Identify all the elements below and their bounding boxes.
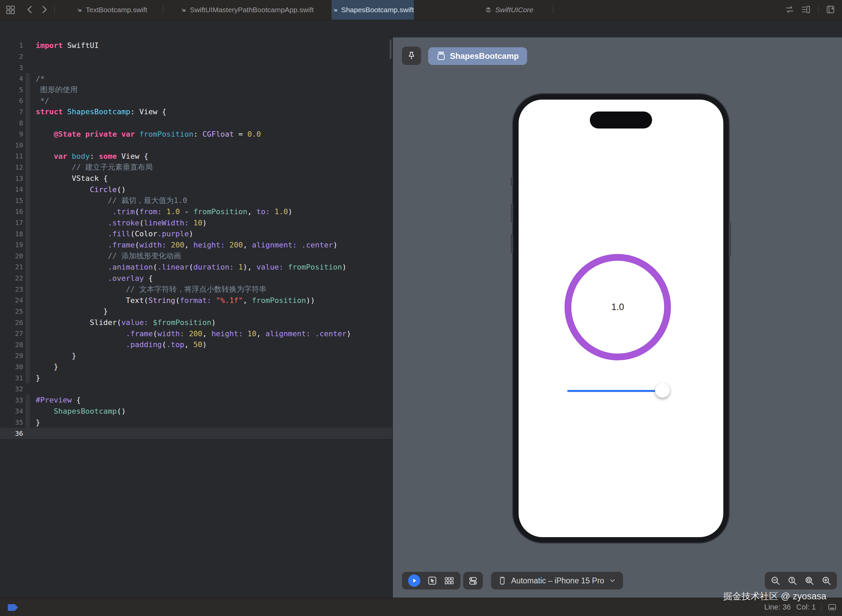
back-icon[interactable] — [25, 5, 35, 14]
line-number[interactable]: 10 — [0, 141, 23, 149]
fold-ribbon[interactable] — [25, 206, 30, 217]
fold-ribbon[interactable] — [25, 261, 30, 273]
fold-ribbon[interactable] — [25, 428, 30, 439]
fold-ribbon[interactable] — [25, 361, 30, 373]
pin-preview-button[interactable] — [402, 47, 421, 65]
tab-textbootcamp-swift[interactable]: TextBootcamp.swift — [63, 0, 160, 20]
bottom-bar-toggle-icon[interactable] — [827, 603, 837, 612]
line-number[interactable]: 8 — [0, 119, 23, 127]
line-number[interactable]: 34 — [0, 407, 23, 415]
zoom-out-icon[interactable] — [770, 576, 780, 586]
tab-swiftuicore[interactable]: SwiftUICore — [469, 0, 550, 20]
line-number[interactable]: 6 — [0, 97, 23, 105]
code-line: 23 // 文本字符转，将浮点小数转换为字符串 — [0, 283, 392, 295]
fold-ribbon[interactable] — [25, 317, 30, 328]
line-number[interactable]: 21 — [0, 263, 23, 271]
line-number[interactable]: 25 — [0, 307, 23, 315]
fold-ribbon[interactable] — [25, 129, 30, 140]
fold-ribbon[interactable] — [25, 283, 30, 295]
line-number[interactable]: 31 — [0, 374, 23, 382]
forward-icon[interactable] — [40, 5, 49, 14]
fold-ribbon[interactable] — [25, 151, 30, 162]
line-number[interactable]: 1 — [0, 41, 23, 49]
fold-ribbon[interactable] — [25, 395, 30, 406]
breakpoint-tag[interactable] — [8, 604, 18, 611]
fold-ribbon[interactable] — [25, 173, 30, 184]
line-number[interactable]: 29 — [0, 352, 23, 360]
line-number[interactable]: 33 — [0, 396, 23, 404]
line-number[interactable]: 2 — [0, 52, 23, 60]
fold-ribbon[interactable] — [25, 339, 30, 350]
fold-ribbon[interactable] — [25, 306, 30, 317]
zoom-fit-icon[interactable] — [804, 576, 814, 586]
editor-options-icon[interactable] — [801, 5, 811, 14]
fold-ribbon[interactable] — [25, 51, 30, 62]
editor-scrollbar[interactable] — [390, 40, 392, 59]
fold-ribbon[interactable] — [25, 62, 30, 73]
swap-editors-icon[interactable] — [785, 5, 794, 14]
tab-shapesbootcamp-swift[interactable]: ShapesBootcamp.swift — [332, 0, 414, 20]
fold-ribbon[interactable] — [25, 372, 30, 383]
fold-ribbon[interactable] — [25, 217, 30, 229]
preview-device-picker[interactable]: Automatic – iPhone 15 Pro — [491, 572, 623, 590]
fold-ribbon[interactable] — [25, 40, 30, 51]
line-number[interactable]: 26 — [0, 318, 23, 327]
fold-ribbon[interactable] — [25, 139, 30, 151]
zoom-100-icon[interactable] — [787, 576, 798, 586]
fold-ribbon[interactable] — [25, 417, 30, 428]
slider-thumb[interactable] — [655, 383, 670, 398]
zoom-in-icon[interactable] — [821, 576, 832, 586]
line-number[interactable]: 5 — [0, 86, 23, 94]
line-number[interactable]: 15 — [0, 197, 23, 205]
fold-ribbon[interactable] — [25, 184, 30, 195]
code-editor[interactable]: 1import SwiftUI234/*5 图形的使用6 */7struct S… — [0, 37, 392, 598]
fold-ribbon[interactable] — [25, 95, 30, 106]
line-number[interactable]: 4 — [0, 75, 23, 83]
line-number[interactable]: 18 — [0, 230, 23, 238]
fold-ribbon[interactable] — [25, 295, 30, 306]
fold-ribbon[interactable] — [25, 84, 30, 95]
line-number[interactable]: 22 — [0, 274, 23, 282]
line-number[interactable]: 20 — [0, 252, 23, 260]
line-number[interactable]: 28 — [0, 341, 23, 349]
add-editor-icon[interactable] — [826, 5, 835, 14]
fold-ribbon[interactable] — [25, 106, 30, 117]
line-number[interactable]: 9 — [0, 130, 23, 138]
variants-mode-icon[interactable] — [444, 576, 454, 586]
fold-ribbon[interactable] — [25, 383, 30, 395]
fold-ribbon[interactable] — [25, 73, 30, 84]
line-number[interactable]: 7 — [0, 108, 23, 116]
fold-ribbon[interactable] — [25, 328, 30, 339]
selectable-mode-icon[interactable] — [427, 576, 437, 586]
fold-ribbon[interactable] — [25, 162, 30, 173]
slider-track[interactable] — [567, 390, 667, 392]
line-number[interactable]: 30 — [0, 363, 23, 371]
line-number[interactable]: 14 — [0, 185, 23, 194]
line-number[interactable]: 11 — [0, 152, 23, 160]
fold-ribbon[interactable] — [25, 239, 30, 251]
line-number[interactable]: 19 — [0, 241, 23, 249]
line-number[interactable]: 3 — [0, 63, 23, 72]
fold-ribbon[interactable] — [25, 350, 30, 361]
line-number[interactable]: 24 — [0, 296, 23, 304]
line-number[interactable]: 27 — [0, 329, 23, 337]
fold-ribbon[interactable] — [25, 228, 30, 239]
line-number[interactable]: 16 — [0, 207, 23, 216]
fold-ribbon[interactable] — [25, 251, 30, 262]
fold-ribbon[interactable] — [25, 117, 30, 129]
line-number[interactable]: 32 — [0, 385, 23, 393]
editor-layout-icon[interactable] — [6, 5, 16, 15]
device-settings-button[interactable] — [463, 572, 483, 590]
line-number[interactable]: 13 — [0, 175, 23, 183]
line-number[interactable]: 36 — [0, 429, 23, 437]
fold-ribbon[interactable] — [25, 195, 30, 206]
tab-swiftuimasterypathbootcampapp-swift[interactable]: SwiftUIMasteryPathBootcampApp.swift — [166, 0, 327, 20]
preview-target-pill[interactable]: ShapesBootcamp — [428, 47, 527, 65]
line-number[interactable]: 23 — [0, 285, 23, 293]
line-number[interactable]: 17 — [0, 219, 23, 227]
fold-ribbon[interactable] — [25, 406, 30, 417]
live-preview-button[interactable] — [408, 575, 420, 587]
line-number[interactable]: 12 — [0, 163, 23, 171]
line-number[interactable]: 35 — [0, 418, 23, 426]
fold-ribbon[interactable] — [25, 273, 30, 284]
